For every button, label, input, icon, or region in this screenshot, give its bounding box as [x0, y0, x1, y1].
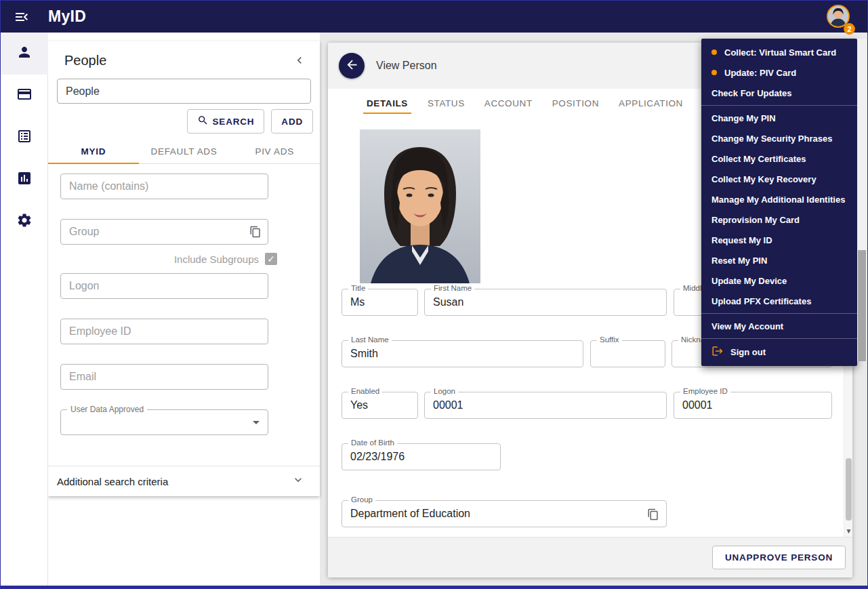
field-enabled-label: Enabled [348, 387, 382, 395]
field-logon-value: 00001 [425, 392, 666, 418]
search-icon [197, 115, 213, 128]
category-input[interactable] [57, 79, 311, 104]
people-search-card: People SEARCH ADD MYID DEFAUL [48, 41, 320, 496]
add-button[interactable]: ADD [271, 109, 313, 134]
list-icon [16, 128, 33, 147]
additional-criteria-label: Additional search criteria [57, 476, 168, 487]
menu-scrollbar-thumb[interactable] [858, 250, 866, 361]
menu-item-check-for-updates[interactable]: Check For Updates [701, 83, 857, 103]
menu-item-label: Reset My PIN [711, 256, 767, 266]
menu-item-label: Change My Security Phrases [711, 134, 832, 144]
menu-item-sign-out[interactable]: Sign out [701, 341, 857, 363]
rail-item-forms[interactable] [1, 117, 48, 159]
collapse-panel-icon[interactable] [293, 54, 306, 67]
notification-badge[interactable]: 2 [844, 23, 855, 35]
field-title-value: Ms [342, 289, 417, 315]
tab-myid[interactable]: MYID [48, 140, 139, 163]
search-button[interactable]: SEARCH [187, 109, 265, 134]
field-first-name[interactable]: First Name Susan [424, 289, 667, 316]
field-title-label: Title [348, 284, 368, 292]
directory-tabs: MYID DEFAULT ADS PIV ADS [48, 140, 320, 164]
include-subgroups-checkbox[interactable]: ✓ [265, 253, 277, 265]
employee-id-field[interactable] [60, 319, 268, 344]
menu-item-update-my-device[interactable]: Update My Device [701, 270, 857, 291]
menu-item-label: Upload PFX Certificates [711, 296, 811, 306]
menu-open-icon[interactable] [12, 7, 32, 27]
pending-dot-icon [711, 49, 717, 55]
tab-status[interactable]: STATUS [428, 89, 465, 117]
menu-item-reset-my-pin[interactable]: Reset My PIN [701, 250, 857, 270]
menu-item-label: Reprovision My Card [711, 215, 800, 225]
additional-search-criteria[interactable]: Additional search criteria [48, 466, 320, 496]
menu-item-collect-my-certificates[interactable]: Collect My Certificates [701, 148, 857, 169]
menu-item-label: Collect My Certificates [711, 154, 806, 164]
field-date-of-birth[interactable]: Date of Birth 02/23/1976 [342, 443, 501, 470]
field-suffix[interactable]: Suffix [590, 340, 665, 367]
menu-item-view-my-account[interactable]: View My Account [701, 316, 857, 336]
menu-item-collect-virtual-smart-card[interactable]: Collect: Virtual Smart Card [701, 42, 857, 62]
include-subgroups-label: Include Subgroups [174, 253, 259, 265]
user-data-approved-label: User Data Approved [67, 405, 147, 414]
rail-item-settings[interactable] [1, 201, 48, 243]
person-icon [16, 44, 33, 63]
rail-item-people[interactable] [1, 33, 48, 75]
field-last-name[interactable]: Last Name Smith [342, 340, 583, 367]
browse-group-icon[interactable] [249, 226, 262, 241]
menu-item-label: Request My ID [711, 235, 772, 245]
search-button-label: SEARCH [213, 117, 255, 127]
menu-divider [701, 313, 857, 314]
menu-item-label: Change My PIN [711, 113, 776, 123]
tab-account[interactable]: ACCOUNT [484, 89, 533, 117]
tab-details[interactable]: DETAILS [367, 89, 408, 117]
field-enabled[interactable]: Enabled Yes [342, 392, 418, 419]
email-field[interactable] [60, 364, 268, 390]
chevron-down-icon [291, 473, 305, 489]
dropdown-arrow-icon [253, 421, 260, 424]
menu-item-update-piv-card[interactable]: Update: PIV Card [701, 62, 857, 83]
tab-piv-ads[interactable]: PIV ADS [229, 140, 320, 163]
field-title[interactable]: Title Ms [342, 289, 418, 316]
left-rail [1, 33, 48, 586]
tab-default-ads[interactable]: DEFAULT ADS [139, 140, 230, 163]
menu-divider [701, 338, 857, 339]
field-group[interactable]: Group Department of Education [342, 500, 667, 527]
group-field[interactable] [60, 219, 268, 245]
name-contains-field[interactable] [60, 174, 268, 199]
menu-item-request-my-id[interactable]: Request My ID [701, 230, 857, 250]
scrollbar-thumb[interactable] [846, 458, 852, 521]
user-data-approved-select[interactable]: User Data Approved [60, 409, 268, 435]
menu-item-label: Check For Updates [711, 88, 791, 98]
unapprove-person-button[interactable]: UNAPPROVE PERSON [712, 546, 846, 569]
menu-divider [701, 105, 857, 106]
rail-item-reports[interactable] [1, 159, 48, 201]
menu-item-change-my-security-phrases[interactable]: Change My Security Phrases [701, 128, 857, 148]
field-first-name-value: Susan [425, 289, 666, 315]
field-logon[interactable]: Logon 00001 [424, 392, 667, 419]
field-employee-id[interactable]: Employee ID 00001 [674, 392, 832, 419]
menu-item-upload-pfx-certificates[interactable]: Upload PFX Certificates [701, 291, 857, 311]
back-button[interactable] [339, 53, 365, 79]
gear-icon [16, 212, 33, 231]
menu-item-label: Collect My Key Recovery [711, 174, 817, 184]
menu-item-label: Manage My Additional Identities [711, 195, 845, 205]
tab-position[interactable]: POSITION [552, 89, 599, 117]
menu-item-manage-my-additional-identities[interactable]: Manage My Additional Identities [701, 189, 857, 209]
scrollbar-down-arrow[interactable]: ▼ [844, 527, 852, 535]
menu-item-label: Update My Device [711, 276, 787, 286]
rail-item-cards[interactable] [1, 75, 48, 117]
menu-item-label: Collect: Virtual Smart Card [724, 47, 836, 58]
menu-item-change-my-pin[interactable]: Change My PIN [701, 108, 857, 128]
browse-group-icon[interactable] [647, 508, 659, 523]
panel-title: People [64, 53, 106, 68]
field-group-label: Group [348, 495, 375, 504]
menu-item-reprovision-my-card[interactable]: Reprovision My Card [701, 209, 857, 230]
field-first-name-label: First Name [431, 284, 474, 292]
user-menu: Collect: Virtual Smart Card Update: PIV … [701, 39, 857, 366]
menu-scrollbar[interactable] [857, 39, 867, 361]
menu-item-label: View My Account [711, 321, 783, 331]
logon-field[interactable] [60, 273, 268, 299]
field-last-name-label: Last Name [348, 336, 392, 344]
tab-application[interactable]: APPLICATION [619, 89, 683, 117]
app-window: MyID 2 [0, 0, 868, 589]
menu-item-collect-my-key-recovery[interactable]: Collect My Key Recovery [701, 169, 857, 189]
